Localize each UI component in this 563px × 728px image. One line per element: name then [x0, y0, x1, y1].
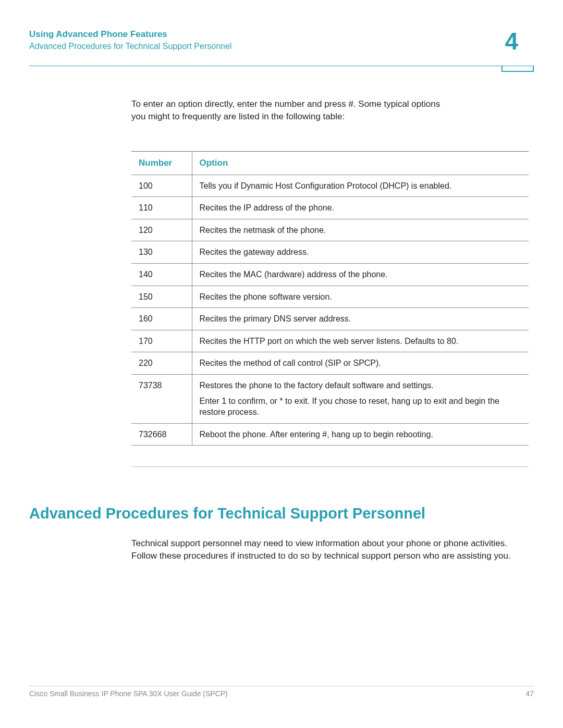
page-header: Using Advanced Phone Features Advanced P…: [29, 29, 534, 51]
table-row: 160 Recites the primary DNS server addre…: [131, 308, 529, 330]
table-row: 120 Recites the netmask of the phone.: [131, 219, 529, 241]
cell-option: Reboot the phone. After entering #, hang…: [192, 423, 529, 446]
header-title: Using Advanced Phone Features: [29, 29, 534, 40]
table-row: 150 Recites the phone software version.: [131, 286, 529, 308]
cell-number: 100: [131, 175, 192, 197]
cell-option: Recites the IP address of the phone.: [192, 197, 529, 219]
cell-number: 110: [131, 197, 192, 219]
cell-option: Recites the HTTP port on which the web s…: [192, 330, 529, 352]
cell-option-line: Restores the phone to the factory defaul…: [200, 380, 522, 391]
cell-option: Recites the netmask of the phone.: [192, 219, 529, 241]
table-header-row: Number Option: [131, 151, 529, 175]
cell-number: 150: [131, 286, 192, 308]
header-subtitle: Advanced Procedures for Technical Suppor…: [29, 42, 534, 51]
cell-number: 220: [131, 352, 192, 375]
content-area: To enter an option directly, enter the n…: [131, 98, 529, 446]
cell-option: Recites the method of call control (SIP …: [192, 352, 529, 375]
cell-number: 120: [131, 219, 192, 241]
footer-doc-title: Cisco Small Business IP Phone SPA 30X Us…: [29, 689, 228, 698]
table-row: 100 Tells you if Dynamic Host Configurat…: [131, 175, 529, 197]
table-row: 220 Recites the method of call control (…: [131, 352, 529, 375]
cell-number: 73738: [131, 374, 192, 423]
table-header-number: Number: [131, 151, 192, 175]
section-divider: [131, 466, 529, 467]
options-table: Number Option 100 Tells you if Dynamic H…: [131, 151, 529, 446]
cell-number: 140: [131, 263, 192, 286]
intro-line-1: To enter an option directly, enter the n…: [131, 98, 529, 110]
cell-option: Recites the gateway address.: [192, 241, 529, 264]
page-footer: Cisco Small Business IP Phone SPA 30X Us…: [29, 686, 534, 698]
cell-option: Tells you if Dynamic Host Configuration …: [192, 175, 529, 197]
chapter-number: 4: [505, 27, 518, 55]
footer-row: Cisco Small Business IP Phone SPA 30X Us…: [29, 689, 534, 698]
table-row: 170 Recites the HTTP port on which the w…: [131, 330, 529, 352]
cell-option-line: Enter 1 to confirm, or * to exit. If you…: [200, 396, 522, 418]
footer-rule: [29, 686, 534, 686]
table-row: 732668 Reboot the phone. After entering …: [131, 423, 529, 446]
section-heading: Advanced Procedures for Technical Suppor…: [29, 504, 529, 523]
cell-option: Restores the phone to the factory defaul…: [192, 374, 529, 423]
cell-number: 732668: [131, 423, 192, 446]
cell-number: 130: [131, 241, 192, 264]
table-row: 130 Recites the gateway address.: [131, 241, 529, 264]
header-rule-wrap: [29, 66, 534, 66]
header-rule-tab: [501, 66, 534, 72]
table-header-option: Option: [192, 151, 529, 175]
cell-option: Recites the MAC (hardware) address of th…: [192, 263, 529, 286]
page: Using Advanced Phone Features Advanced P…: [0, 0, 563, 728]
cell-number: 160: [131, 308, 192, 330]
cell-number: 170: [131, 330, 192, 352]
cell-option: Recites the primary DNS server address.: [192, 308, 529, 330]
intro-line-2: you might to frequently are listed in th…: [131, 110, 529, 123]
page-number: 47: [525, 689, 534, 698]
section-body: Technical support personnel may need to …: [131, 537, 529, 562]
table-row: 140 Recites the MAC (hardware) address o…: [131, 263, 529, 286]
header-rule: [29, 66, 534, 66]
table-row: 73738 Restores the phone to the factory …: [131, 374, 529, 423]
cell-option: Recites the phone software version.: [192, 286, 529, 308]
table-row: 110 Recites the IP address of the phone.: [131, 197, 529, 219]
